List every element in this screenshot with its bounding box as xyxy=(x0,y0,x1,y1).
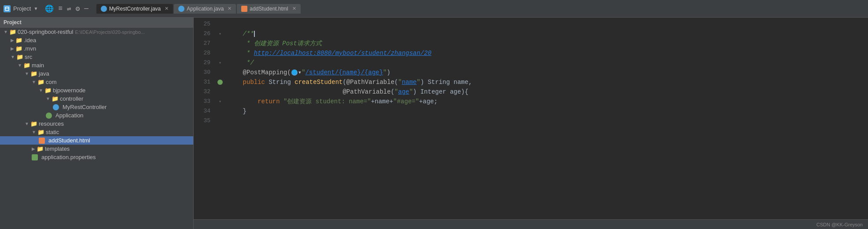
code-line: public String createStudent(@PathVariabl… xyxy=(224,77,868,87)
html-file-icon xyxy=(241,6,247,12)
chevron-down-icon: ▼ xyxy=(18,63,22,68)
code-line: @PostMapping(🌐▾"/student/{name}/{age}") xyxy=(224,68,868,77)
code-line: @PathVariable("age") Integer age){ xyxy=(224,87,868,97)
tab-close-icon[interactable]: ✕ xyxy=(165,6,169,11)
main-layout: Project ▼ 📁 020-springboot-restful E:\ID… xyxy=(0,18,868,229)
tab-application[interactable]: Application.java ✕ xyxy=(174,4,236,14)
line-numbers: 25 26 27 28 29 30 31 32 33 34 35 xyxy=(194,18,216,219)
fold-icon[interactable]: ▾ xyxy=(219,60,221,65)
sidebar-item-bjpowernode[interactable]: ▼ 📁 bjpowernode xyxy=(0,86,193,95)
java-class-icon xyxy=(53,104,59,110)
chevron-down-icon: ▼ xyxy=(25,121,29,126)
code-line: * 创建资源 Post请求方式 xyxy=(224,39,868,48)
status-text: CSDN @KK-Greyson xyxy=(817,222,863,227)
split-toolbar-icon[interactable]: ⇌ xyxy=(67,4,71,13)
code-line xyxy=(224,116,868,126)
tree-item-label: addStudent.html xyxy=(48,137,90,144)
fold-icon[interactable]: ▾ xyxy=(219,99,221,104)
tab-label: addStudent.html xyxy=(250,6,288,12)
globe-icon: 🌐 xyxy=(291,69,298,76)
toolbar-icons: 🌐 ≡ ⇌ ⚙ — xyxy=(45,4,88,13)
tree-item-label: Application xyxy=(55,112,84,119)
sidebar-item-appprops[interactable]: application.properties xyxy=(0,153,193,161)
folder-icon: 📁 xyxy=(31,71,37,77)
tree-item-label: application.properties xyxy=(41,154,96,160)
folder-icon: 📁 xyxy=(45,87,51,94)
tab-close-icon[interactable]: ✕ xyxy=(292,6,296,11)
tab-myrestcontroller[interactable]: MyRestController.java ✕ xyxy=(96,4,173,14)
tree-item-label: templates xyxy=(45,145,70,152)
project-label: Project xyxy=(13,5,31,12)
debug-dot-icon[interactable] xyxy=(217,80,223,85)
sidebar-header: Project xyxy=(0,18,193,28)
folder-icon: 📁 xyxy=(16,37,22,44)
chevron-right-icon: ▶ xyxy=(11,46,14,51)
code-line: */ xyxy=(224,58,868,68)
chevron-down-icon: ▼ xyxy=(32,80,36,84)
folder-icon: 📁 xyxy=(24,62,30,69)
chevron-down-icon: ▼ xyxy=(39,88,43,93)
folder-icon: 📁 xyxy=(10,29,16,35)
java-file-icon xyxy=(101,6,107,12)
tree-item-label: .idea xyxy=(24,37,36,44)
folder-icon: 📁 xyxy=(16,46,22,52)
sidebar-item-main[interactable]: ▼ 📁 main xyxy=(0,61,193,69)
tree-item-label: resources xyxy=(39,120,64,127)
sidebar-item-application[interactable]: Application xyxy=(0,111,193,120)
code-area[interactable]: 25 26 27 28 29 30 31 32 33 34 35 ▾ ▾ xyxy=(194,18,868,219)
tree-item-label: controller xyxy=(60,95,83,102)
tab-label: MyRestController.java xyxy=(109,6,161,12)
chevron-down-icon: ▼ xyxy=(4,29,8,34)
folder-icon: 📁 xyxy=(37,146,43,152)
sidebar-item-idea[interactable]: ▶ 📁 .idea xyxy=(0,36,193,44)
editor-tabs: MyRestController.java ✕ Application.java… xyxy=(96,4,864,14)
tree-item-label: src xyxy=(25,54,32,60)
editor: 25 26 27 28 29 30 31 32 33 34 35 ▾ ▾ xyxy=(194,18,868,229)
project-title[interactable]: Project ▼ xyxy=(4,5,38,12)
sidebar-item-mvn[interactable]: ▶ 📁 .mvn xyxy=(0,44,193,53)
sidebar-item-myrestcontroller[interactable]: MyRestController xyxy=(0,103,193,111)
tab-close-icon[interactable]: ✕ xyxy=(228,6,232,11)
fold-icon[interactable]: ▾ xyxy=(219,31,221,36)
minimize-toolbar-icon[interactable]: — xyxy=(84,5,88,13)
sidebar-item-com[interactable]: ▼ 📁 com xyxy=(0,78,193,86)
html-file-icon xyxy=(39,138,45,144)
sidebar-item-controller[interactable]: ▼ 📁 controller xyxy=(0,95,193,103)
tree-item-label: .mvn xyxy=(24,45,36,52)
tree-item-path: E:\IDEA\Projects\020-springbo... xyxy=(75,29,144,35)
sidebar-item-src[interactable]: ▼ 📁 src xyxy=(0,53,193,61)
tree-item-label: com xyxy=(46,79,57,85)
sidebar-item-static[interactable]: ▼ 📁 static xyxy=(0,128,193,136)
code-line: } xyxy=(224,106,868,116)
tree-item-label: java xyxy=(39,70,49,77)
tab-label: Application.java xyxy=(187,6,224,12)
sidebar-item-templates[interactable]: ▶ 📁 templates xyxy=(0,145,193,153)
svg-rect-0 xyxy=(5,7,9,11)
chevron-down-icon[interactable]: ▼ xyxy=(33,6,38,11)
code-content[interactable]: /** * 创建资源 Post请求方式 * http://localhost:8… xyxy=(224,18,868,219)
globe-toolbar-icon[interactable]: 🌐 xyxy=(45,4,54,13)
tab-addstudent[interactable]: addStudent.html ✕ xyxy=(237,4,300,14)
gutter: ▾ ▾ ▾ xyxy=(216,18,224,219)
folder-icon: 📁 xyxy=(38,129,44,135)
folder-icon: 📁 xyxy=(31,121,37,127)
folder-icon: 📁 xyxy=(17,54,23,60)
chevron-down-icon: ▼ xyxy=(46,96,50,101)
list-toolbar-icon[interactable]: ≡ xyxy=(58,5,63,13)
chevron-right-icon: ▶ xyxy=(32,146,35,151)
sidebar-item-root[interactable]: ▼ 📁 020-springboot-restful E:\IDEA\Proje… xyxy=(0,28,193,36)
tree-item-label: bjpowernode xyxy=(53,87,85,94)
chevron-down-icon: ▼ xyxy=(25,71,29,76)
settings-toolbar-icon[interactable]: ⚙ xyxy=(76,4,80,13)
sidebar-item-resources[interactable]: ▼ 📁 resources xyxy=(0,120,193,128)
project-icon xyxy=(4,5,11,12)
code-line: * http://localhost:8080/myboot/student/z… xyxy=(224,48,868,58)
folder-icon: 📁 xyxy=(38,79,44,85)
sidebar-item-java[interactable]: ▼ 📁 java xyxy=(0,69,193,78)
sidebar-item-addstudent[interactable]: addStudent.html xyxy=(0,136,193,145)
sidebar: Project ▼ 📁 020-springboot-restful E:\ID… xyxy=(0,18,194,229)
java-file-icon xyxy=(178,6,184,12)
title-bar: Project ▼ 🌐 ≡ ⇌ ⚙ — MyRestController.jav… xyxy=(0,0,868,18)
tree-item-label: 020-springboot-restful xyxy=(18,29,73,35)
chevron-down-icon: ▼ xyxy=(32,130,36,134)
